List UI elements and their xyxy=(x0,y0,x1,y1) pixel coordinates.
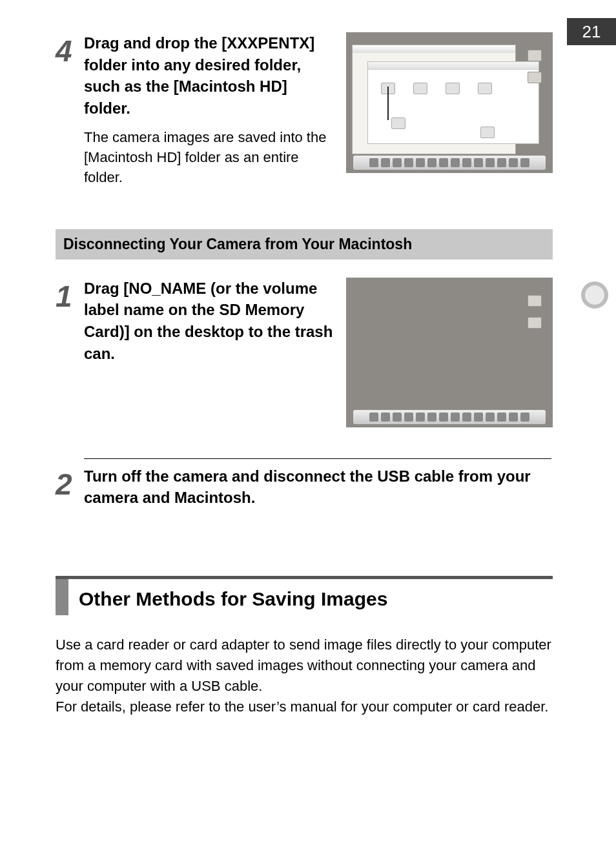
mac-desktop-screenshot xyxy=(346,32,553,173)
drive-icon xyxy=(528,72,542,83)
mac-dock xyxy=(353,410,546,424)
step-number: 4 xyxy=(56,36,84,66)
page-number-tab: 21 xyxy=(567,18,616,45)
subsection-heading: Disconnecting Your Camera from Your Maci… xyxy=(56,229,553,260)
step-description: The camera images are saved into the [Ma… xyxy=(84,128,334,187)
page-number: 21 xyxy=(582,22,601,42)
section-accent-bar xyxy=(56,579,68,615)
folder-image-icon xyxy=(480,127,495,138)
folder-icon xyxy=(446,83,460,94)
step-text-column: Drag and drop the [XXXPENTX] folder into… xyxy=(84,32,334,188)
step-body: Turn off the camera and disconnect the U… xyxy=(84,465,553,518)
step-text-column: Drag [NO_NAME (or the volume label name … xyxy=(84,278,334,427)
step-divider xyxy=(84,458,551,459)
drive-icon xyxy=(528,317,542,329)
page-content: 4 Drag and drop the [XXXPENTX] folder in… xyxy=(56,32,553,717)
step-title: Turn off the camera and disconnect the U… xyxy=(84,465,553,509)
section-header: Other Methods for Saving Images xyxy=(56,576,553,622)
step-body: Drag [NO_NAME (or the volume label name … xyxy=(84,278,553,427)
folder-icon xyxy=(413,83,427,94)
step-number: 1 xyxy=(56,281,84,311)
step-2: 2 Turn off the camera and disconnect the… xyxy=(56,465,553,518)
mac-desktop-screenshot xyxy=(346,278,553,427)
step-title: Drag [NO_NAME (or the volume label name … xyxy=(84,278,334,364)
section-title: Other Methods for Saving Images xyxy=(79,579,387,622)
step-title: Drag and drop the [XXXPENTX] folder into… xyxy=(84,32,334,119)
mac-dock xyxy=(353,156,546,170)
step-1: 1 Drag [NO_NAME (or the volume label nam… xyxy=(56,278,553,427)
folder-xxxpentx-icon xyxy=(391,117,406,129)
side-indicator-circle xyxy=(581,281,608,309)
drive-icon xyxy=(528,295,542,307)
step-4: 4 Drag and drop the [XXXPENTX] folder in… xyxy=(56,32,553,188)
finder-window-front xyxy=(367,61,539,144)
drive-icon xyxy=(528,50,542,61)
folder-icon xyxy=(478,83,492,94)
step-body: Drag and drop the [XXXPENTX] folder into… xyxy=(84,32,553,188)
step-number: 2 xyxy=(56,469,84,499)
section-body: Use a card reader or card adapter to sen… xyxy=(56,635,553,717)
